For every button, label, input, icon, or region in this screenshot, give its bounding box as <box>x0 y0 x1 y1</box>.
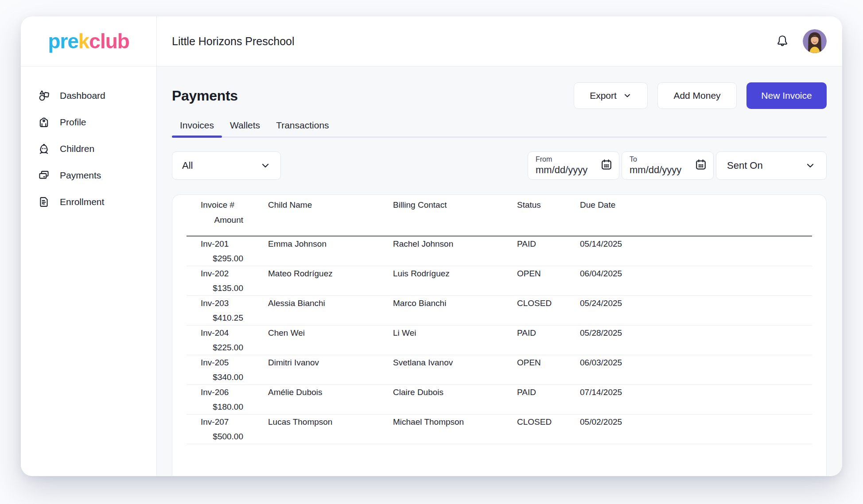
tab-label: Transactions <box>276 120 329 130</box>
cell-billing-contact: Rachel Johnson <box>379 239 503 249</box>
tab-label: Wallets <box>230 120 260 130</box>
column-header-billing-contact: Billing Contact <box>379 200 503 210</box>
sidebar-item-label: Enrollment <box>60 197 104 207</box>
export-button[interactable]: Export <box>574 82 648 109</box>
payments-tabs: Invoices Wallets Transactions <box>172 115 827 138</box>
cell-invoice-number: Inv-201 <box>187 239 254 249</box>
table-row[interactable]: Inv-203 Alessia Bianchi Marco Bianchi CL… <box>187 296 812 326</box>
column-header-amount: Amount <box>187 215 254 225</box>
calendar-icon[interactable] <box>694 158 708 173</box>
cell-child-name: Emma Johnson <box>254 239 379 249</box>
cell-due-date: 06/03/2025 <box>566 358 812 368</box>
sidebar-item-label: Profile <box>60 117 86 128</box>
cell-due-date: 07/14/2025 <box>566 388 812 397</box>
status-filter-value: All <box>182 160 193 171</box>
cell-billing-contact: Michael Thompson <box>379 417 503 427</box>
chevron-down-icon <box>805 160 816 171</box>
tab-wallets[interactable]: Wallets <box>222 115 268 136</box>
table-row[interactable]: Inv-205 Dimitri Ivanov Svetlana Ivanov O… <box>187 355 812 385</box>
cell-invoice-number: Inv-204 <box>187 328 254 338</box>
header-right <box>774 29 827 53</box>
sort-select[interactable]: Sent On <box>716 151 827 180</box>
cell-invoice-number: Inv-202 <box>187 269 254 279</box>
baby-face-icon <box>38 143 50 155</box>
new-invoice-button-label: New Invoice <box>761 90 812 101</box>
table-row[interactable]: Inv-202 Mateo Rodríguez Luis Rodríguez O… <box>187 266 812 296</box>
cell-amount: $225.00 <box>187 343 254 353</box>
from-date-input[interactable]: From mm/dd/yyyy <box>528 151 619 180</box>
logo-segment-pre: pre <box>48 30 78 53</box>
filters-row: All From mm/dd/yyyy <box>172 151 827 180</box>
sidebar-item-dashboard[interactable]: Dashboard <box>21 82 156 109</box>
table-row[interactable]: Inv-206 Amélie Dubois Claire Dubois PAID… <box>187 385 812 415</box>
cell-billing-contact: Li Wei <box>379 328 503 338</box>
logo-segment-club: club <box>89 30 129 53</box>
sidebar-item-children[interactable]: Children <box>21 136 156 162</box>
cell-child-name: Lucas Thompson <box>254 417 379 427</box>
calendar-icon[interactable] <box>600 158 613 173</box>
id-badge-icon <box>38 116 50 128</box>
cell-status: CLOSED <box>503 299 566 308</box>
notifications-button[interactable] <box>774 33 790 49</box>
sidebar-item-label: Children <box>60 143 94 154</box>
cell-amount: $295.00 <box>187 254 254 264</box>
sidebar-item-enrollment[interactable]: Enrollment <box>21 189 156 215</box>
sidebar-item-profile[interactable]: Profile <box>21 109 156 136</box>
status-filter-select[interactable]: All <box>172 151 281 180</box>
page-title: Payments <box>172 88 238 104</box>
cell-status: OPEN <box>503 358 566 368</box>
school-name: Little Horizons Preschool <box>172 35 295 48</box>
cell-due-date: 05/24/2025 <box>566 299 812 308</box>
column-header-status: Status <box>503 200 566 210</box>
cell-child-name: Mateo Rodríguez <box>254 269 379 279</box>
table-body: Inv-201 Emma Johnson Rachel Johnson PAID… <box>187 236 812 444</box>
export-button-label: Export <box>590 90 617 101</box>
cell-amount: $340.00 <box>187 372 254 382</box>
logo-segment-k: k <box>78 30 89 53</box>
new-invoice-button[interactable]: New Invoice <box>746 82 827 109</box>
cell-invoice-number: Inv-207 <box>187 417 254 427</box>
table-row[interactable]: Inv-207 Lucas Thompson Michael Thompson … <box>187 415 812 444</box>
tab-label: Invoices <box>180 120 214 130</box>
sort-select-value: Sent On <box>727 160 763 171</box>
add-money-button[interactable]: Add Money <box>657 82 737 109</box>
cell-invoice-number: Inv-205 <box>187 358 254 368</box>
cell-billing-contact: Luis Rodríguez <box>379 269 503 279</box>
cell-amount: $410.25 <box>187 313 254 323</box>
table-header-row: Invoice # Child Name Billing Contact Sta… <box>187 195 812 236</box>
cell-status: CLOSED <box>503 417 566 427</box>
add-money-button-label: Add Money <box>673 90 720 101</box>
table-row[interactable]: Inv-201 Emma Johnson Rachel Johnson PAID… <box>187 236 812 266</box>
to-date-input[interactable]: To mm/dd/yyyy <box>622 151 714 180</box>
cards-icon <box>38 169 50 182</box>
tab-invoices[interactable]: Invoices <box>172 115 222 136</box>
sidebar-item-label: Payments <box>60 170 101 181</box>
avatar-image <box>803 29 827 53</box>
chevron-down-icon <box>623 91 632 100</box>
page-header: Payments Export Add Money New Invoice <box>172 82 827 109</box>
app-window: prekclub Little Horizons Preschool <box>21 16 842 476</box>
app-header: prekclub Little Horizons Preschool <box>21 16 842 66</box>
cell-billing-contact: Marco Bianchi <box>379 299 503 308</box>
user-avatar[interactable] <box>803 29 827 53</box>
sidebar-item-payments[interactable]: Payments <box>21 162 156 189</box>
cell-invoice-number: Inv-203 <box>187 299 254 308</box>
document-icon <box>38 196 50 208</box>
tab-transactions[interactable]: Transactions <box>268 115 337 136</box>
header-main: Little Horizons Preschool <box>157 16 842 66</box>
cell-status: OPEN <box>503 269 566 279</box>
invoices-table-card: Invoice # Child Name Billing Contact Sta… <box>172 194 827 476</box>
cell-billing-contact: Claire Dubois <box>379 388 503 397</box>
sidebar: Dashboard Profile <box>21 66 157 476</box>
cell-billing-contact: Svetlana Ivanov <box>379 358 503 368</box>
cell-amount: $180.00 <box>187 402 254 412</box>
cell-status: PAID <box>503 328 566 338</box>
cell-child-name: Dimitri Ivanov <box>254 358 379 368</box>
logo-area: prekclub <box>21 16 157 66</box>
shapes-icon <box>38 89 50 102</box>
column-header-due-date: Due Date <box>566 200 812 210</box>
table-row[interactable]: Inv-204 Chen Wei Li Wei PAID 05/28/2025 … <box>187 326 812 355</box>
cell-due-date: 05/02/2025 <box>566 417 812 427</box>
bell-icon <box>775 34 789 48</box>
column-header-invoice: Invoice # <box>187 200 254 210</box>
